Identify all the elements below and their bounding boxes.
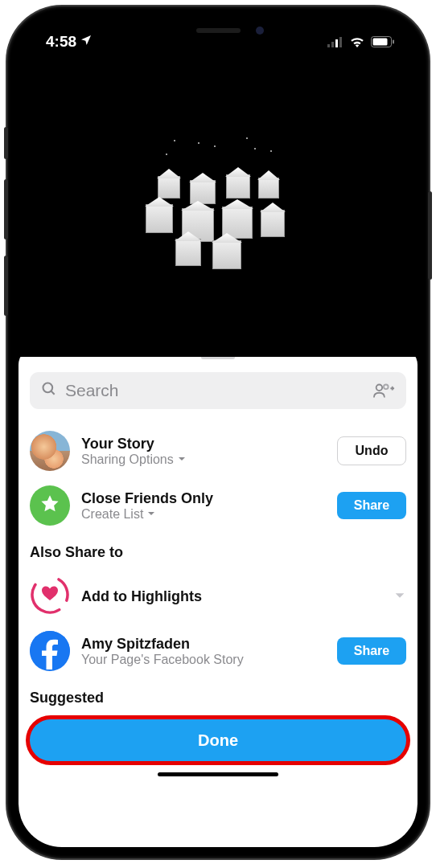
volume-up-button (4, 179, 8, 240)
chevron-down-icon (146, 507, 156, 522)
svg-point-9 (376, 385, 382, 391)
svg-line-8 (51, 391, 55, 395)
front-camera (256, 27, 264, 35)
search-input[interactable] (65, 381, 364, 400)
highlights-avatar (30, 576, 70, 616)
row-subtitle[interactable]: Create List (81, 507, 326, 522)
wifi-icon (349, 36, 365, 47)
search-bar[interactable] (30, 372, 406, 409)
row-title: Close Friends Only (81, 490, 326, 507)
story-preview (19, 59, 417, 357)
svg-rect-2 (335, 39, 338, 47)
suggested-header: Suggested (19, 678, 417, 714)
your-story-row[interactable]: Your Story Sharing Options Undo (30, 424, 406, 478)
status-time: 4:58 (46, 33, 76, 51)
phone-frame: 4:58 (7, 6, 429, 858)
facebook-icon (30, 631, 70, 671)
row-subtitle[interactable]: Sharing Options (81, 452, 326, 467)
notch (134, 18, 302, 43)
chevron-down-icon (177, 452, 187, 467)
svg-rect-0 (327, 44, 330, 47)
group-add-icon[interactable] (372, 382, 395, 399)
close-friends-row[interactable]: Close Friends Only Create List Share (30, 478, 406, 533)
also-share-header: Also Share to (19, 533, 417, 569)
volume-down-button (4, 256, 8, 316)
preview-image (125, 136, 311, 280)
search-icon (41, 381, 57, 400)
heart-icon (30, 575, 70, 618)
svg-rect-6 (393, 40, 394, 44)
chevron-down-icon (393, 586, 406, 607)
undo-button[interactable]: Undo (337, 436, 406, 465)
done-button[interactable]: Done (30, 719, 406, 761)
svg-rect-3 (339, 37, 342, 47)
facebook-avatar (30, 631, 70, 671)
svg-point-10 (384, 385, 389, 390)
mute-switch (4, 127, 8, 159)
share-sheet: Your Story Sharing Options Undo (19, 347, 417, 847)
svg-rect-1 (331, 42, 334, 47)
share-button[interactable]: Share (337, 637, 406, 665)
row-title: Amy Spitzfaden (81, 636, 326, 653)
avatar (30, 431, 70, 471)
power-button (428, 191, 432, 280)
svg-rect-5 (373, 39, 388, 46)
facebook-story-row[interactable]: Amy Spitzfaden Your Page's Facebook Stor… (30, 624, 406, 678)
battery-icon (371, 36, 395, 47)
location-arrow-icon (80, 33, 93, 51)
screen: 4:58 (19, 18, 417, 847)
star-icon (39, 493, 60, 518)
svg-point-7 (43, 383, 53, 393)
row-title: Your Story (81, 436, 326, 452)
row-title: Add to Highlights (81, 588, 382, 605)
close-friends-avatar (30, 485, 70, 526)
speaker (196, 28, 241, 33)
home-indicator[interactable] (158, 772, 278, 776)
cellular-signal-icon (327, 36, 343, 47)
share-button[interactable]: Share (337, 492, 406, 519)
add-to-highlights-row[interactable]: Add to Highlights (30, 569, 406, 624)
row-subtitle: Your Page's Facebook Story (81, 653, 326, 667)
